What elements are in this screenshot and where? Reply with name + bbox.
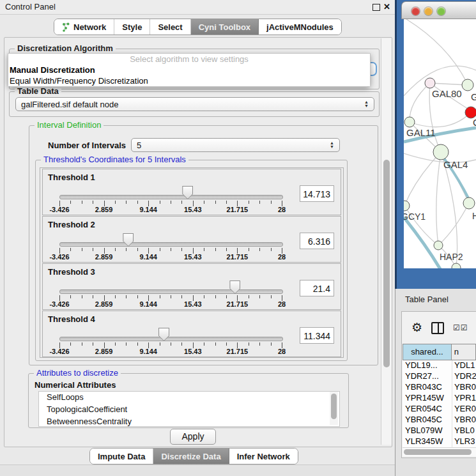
tab-discretize-data[interactable]: Discretize Data — [153, 449, 229, 464]
table-row[interactable]: YBL079WYBL0 — [403, 426, 476, 436]
network-node-label: C — [473, 117, 476, 128]
network-node[interactable] — [404, 201, 410, 211]
threshold-slider[interactable] — [59, 233, 282, 247]
split-columns-icon[interactable] — [431, 322, 444, 334]
number-of-intervals-value: 5 — [137, 141, 141, 150]
mac-zoom-button[interactable] — [437, 7, 445, 15]
table-row[interactable]: YLR345WYLR3 — [403, 436, 476, 447]
table-data-value: galFiltered.sif default node — [21, 100, 118, 109]
algorithm-option[interactable]: Manual Discretization — [8, 65, 370, 75]
attribute-list-item[interactable]: TopologicalCoefficient — [39, 404, 339, 416]
table-row[interactable]: YER054CYER0 — [403, 404, 476, 415]
tick-mark — [171, 342, 171, 346]
gear-icon[interactable]: ⚙ — [411, 322, 422, 334]
attributes-scrollbar-thumb[interactable] — [331, 394, 337, 419]
threshold-value-field[interactable]: 14.713 — [300, 185, 334, 202]
select-columns-icon[interactable]: ☑☑ — [453, 323, 468, 332]
network-node[interactable] — [463, 197, 475, 209]
tab-style[interactable]: Style — [114, 19, 150, 35]
tab-label: Discretize Data — [161, 452, 220, 461]
table-hscrollbar-thumb[interactable] — [404, 449, 472, 455]
tick-mark — [204, 342, 204, 346]
threshold-slider-thumb-face — [123, 234, 133, 246]
axis-tick-label: 15.43 — [184, 253, 202, 261]
cell-shared-name: YBR045C — [403, 415, 452, 426]
network-node[interactable] — [425, 78, 435, 88]
network-node[interactable] — [434, 241, 443, 250]
threshold-value-field[interactable]: 11.344 — [300, 327, 334, 344]
mac-minimize-button[interactable] — [424, 7, 433, 15]
threshold-slider-thumb[interactable] — [182, 186, 193, 199]
bottom-strip — [0, 464, 395, 476]
algorithm-option[interactable]: Equal Width/Frequency Discretization — [8, 75, 370, 86]
tab-jactivemnodules[interactable]: jActiveMNodules — [259, 19, 341, 35]
threshold-slider[interactable] — [59, 186, 282, 200]
table-row[interactable]: YBR045CYBR0 — [403, 415, 476, 426]
float-window-icon[interactable] — [372, 4, 380, 11]
network-node[interactable] — [452, 263, 461, 268]
threshold-slider-thumb[interactable] — [123, 233, 134, 247]
close-icon[interactable]: ✕ — [383, 2, 390, 12]
axis-tick-label: 21.715 — [227, 206, 249, 213]
axis-tick-label: -3.426 — [49, 348, 69, 355]
tick-mark — [93, 248, 93, 251]
axis-tick-label: 9.144 — [139, 348, 157, 355]
tab-infer-network[interactable]: Infer Network — [229, 449, 298, 464]
network-node-label: GA — [471, 91, 476, 102]
tick-mark — [115, 295, 116, 298]
column-header-name[interactable]: n — [452, 344, 476, 360]
tick-mark — [259, 295, 260, 298]
tick-mark — [171, 201, 171, 204]
axis-tick-label: 15.43 — [184, 206, 202, 213]
network-node[interactable] — [433, 144, 449, 160]
tick-mark — [259, 248, 260, 251]
axis-tick-label: 2.859 — [95, 300, 113, 308]
attribute-list-item[interactable]: BetweennessCentrality — [39, 416, 339, 427]
threshold-slider-thumb[interactable] — [158, 328, 169, 341]
panel-scrollbar[interactable] — [381, 38, 392, 445]
network-node[interactable] — [404, 117, 415, 127]
threshold-slider-thumb[interactable] — [229, 280, 240, 294]
mac-close-button[interactable] — [411, 7, 420, 15]
tab-select[interactable]: Select — [150, 19, 190, 35]
column-header-shared-name[interactable]: shared... — [403, 344, 452, 360]
tick-mark — [215, 295, 216, 298]
tick-mark — [215, 201, 216, 204]
tick-mark — [70, 342, 71, 346]
attributes-scrollbar[interactable] — [330, 392, 338, 425]
threshold-label: Threshold 4 — [48, 314, 95, 324]
tick-mark — [160, 295, 160, 298]
network-canvas[interactable]: GAL80GACGAL11GAL4GCY1HHAP2 — [404, 19, 476, 268]
network-node-label: GAL80 — [432, 88, 462, 99]
threshold-slider[interactable] — [59, 280, 282, 295]
tick-mark — [82, 295, 82, 298]
table-row[interactable]: YPR145WYPR1 — [403, 393, 476, 404]
table-row[interactable]: YDR27...YDR2 — [403, 371, 476, 382]
tab-network[interactable]: Network — [54, 19, 114, 35]
table-data-combobox[interactable]: galFiltered.sif default node ▲▼ — [15, 97, 374, 111]
number-of-intervals-combobox[interactable]: 5 ▲▼ — [131, 138, 340, 152]
tick-mark — [82, 201, 82, 204]
numerical-attributes-list[interactable]: SelfLoopsTopologicalCoefficientBetweenne… — [38, 391, 340, 427]
panel-scrollbar-thumb[interactable] — [383, 160, 390, 367]
table-row[interactable]: YBR043CYBR0 — [403, 382, 476, 393]
tick-mark — [271, 295, 272, 298]
algorithm-placeholder-option[interactable]: Select algorithm to view settings — [8, 54, 370, 65]
apply-button[interactable]: Apply — [170, 429, 216, 445]
attribute-list-item[interactable]: SelfLoops — [39, 392, 339, 404]
cell-name: YBR0 — [452, 382, 476, 393]
threshold-value-field[interactable]: 21.4 — [300, 280, 334, 296]
threshold-slider[interactable] — [59, 328, 282, 342]
axis-tick-label: 28 — [278, 348, 286, 355]
tick-mark — [137, 295, 138, 298]
tab-impute-data[interactable]: Impute Data — [90, 449, 153, 464]
network-node-label: GCY1 — [404, 211, 426, 222]
tick-mark — [93, 201, 93, 204]
table-hscrollbar[interactable] — [403, 447, 476, 456]
threshold-value-field[interactable]: 6.316 — [300, 233, 334, 249]
table-row[interactable]: YDL19...YDL1 — [403, 360, 476, 371]
tick-mark — [137, 201, 138, 204]
network-node[interactable] — [462, 79, 473, 91]
tab-cyni-toolbox[interactable]: Cyni Toolbox — [191, 19, 259, 35]
network-window-titlebar — [401, 1, 476, 19]
